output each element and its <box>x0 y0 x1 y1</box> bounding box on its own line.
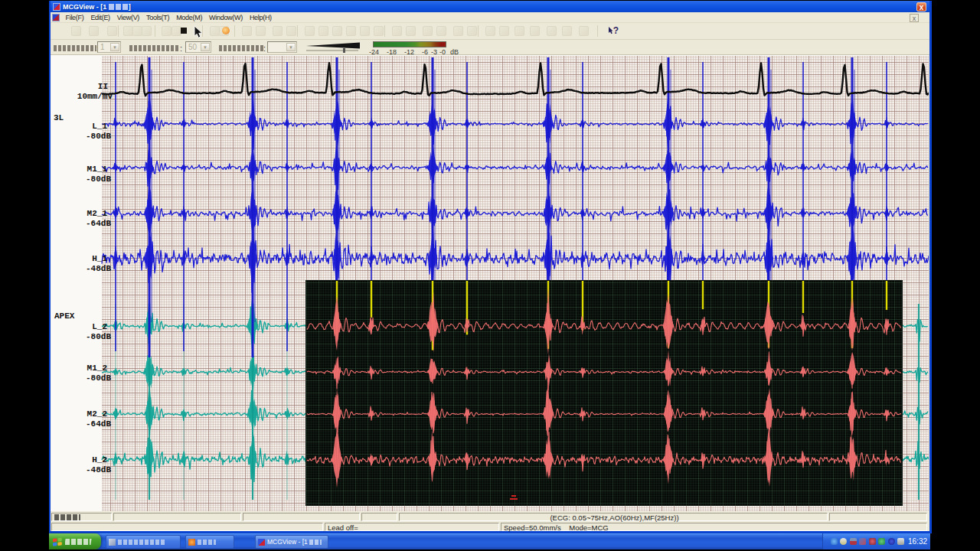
svg-text:M1_1: M1_1 <box>87 165 108 174</box>
svg-text:-64dB: -64dB <box>86 419 111 429</box>
svg-text:L_1: L_1 <box>92 122 107 131</box>
svg-text:-80dB: -80dB <box>86 174 111 184</box>
svg-text:-48dB: -48dB <box>86 264 111 273</box>
svg-text:APEX: APEX <box>54 311 75 321</box>
svg-text:H_2: H_2 <box>92 455 107 465</box>
svg-text:H_1: H_1 <box>92 254 107 263</box>
svg-text:3L: 3L <box>54 113 64 122</box>
svg-text:-80dB: -80dB <box>86 332 111 341</box>
svg-text:-64dB: -64dB <box>86 219 111 228</box>
svg-text:L_2: L_2 <box>92 322 107 331</box>
svg-text:-80dB: -80dB <box>86 132 111 141</box>
svg-text:M1_2: M1_2 <box>87 364 107 373</box>
svg-text:-48dB: -48dB <box>86 465 111 474</box>
svg-text:II: II <box>98 82 108 91</box>
svg-text:10mm/mV: 10mm/mV <box>77 92 113 101</box>
svg-text:-80dB: -80dB <box>86 373 111 383</box>
svg-text:M2_1: M2_1 <box>87 209 108 218</box>
svg-text:M2_2: M2_2 <box>87 409 107 419</box>
